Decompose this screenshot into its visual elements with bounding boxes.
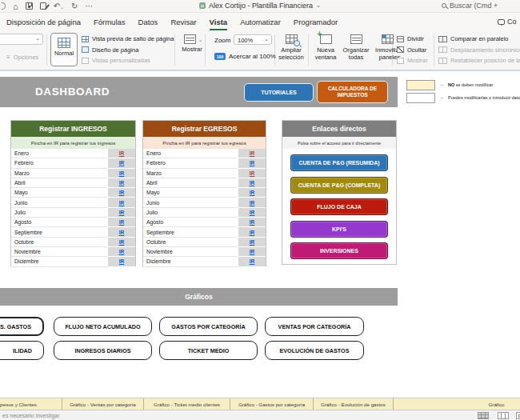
- ir-link[interactable]: IR: [119, 210, 125, 215]
- legend-swatch: [406, 80, 435, 90]
- new-window-button[interactable]: Nueva ventana: [312, 34, 339, 61]
- zoom-to-selection-button[interactable]: Ampliar selección: [275, 34, 307, 61]
- ir-link[interactable]: IR: [119, 200, 125, 206]
- quick-link-button[interactable]: CUENTA DE P&G (RESUMIDA): [290, 154, 388, 171]
- month-row: MayoIR: [143, 188, 266, 198]
- ir-link[interactable]: IR: [119, 190, 125, 195]
- split-button[interactable]: Dividir: [397, 35, 424, 42]
- view-side-by-side-button[interactable]: Comparar en paralelo: [438, 35, 509, 42]
- page-layout-button[interactable]: Diseño de página: [82, 46, 138, 54]
- redo-icon[interactable]: ↻: [71, 2, 78, 10]
- tab-datos[interactable]: Datos: [138, 18, 158, 30]
- zoom-value: 100%: [238, 37, 253, 44]
- ribbon-divider: [434, 34, 434, 66]
- sheet-tab[interactable]: Gráfico - Gastos por categoría: [230, 398, 314, 410]
- ir-link[interactable]: IR: [119, 150, 125, 156]
- normal-view-icon: [58, 38, 70, 48]
- ir-cell: IR: [238, 198, 266, 207]
- quick-link-button[interactable]: INVERSIONES: [290, 242, 388, 259]
- ir-link[interactable]: IR: [250, 170, 255, 176]
- ir-link[interactable]: IR: [119, 160, 125, 166]
- sheet-tab[interactable]: co - Ingresos y Clientes: [0, 398, 62, 410]
- save-icon[interactable]: [26, 2, 33, 10]
- chart-button[interactable]: GASTOS POR CATEGORÍA: [159, 317, 258, 336]
- ir-link[interactable]: IR: [119, 219, 125, 225]
- ir-link[interactable]: IR: [250, 219, 255, 225]
- month-label: Octubre: [143, 238, 238, 247]
- ir-link[interactable]: IR: [119, 239, 125, 245]
- chart-buttons-row-2: ILIDADINGRESOS DIARIOSTICKET MEDIOEVOLUC…: [0, 341, 520, 360]
- chart-button[interactable]: EVOLUCIÓN DE GASTOS: [265, 341, 364, 360]
- ir-link[interactable]: IR: [250, 200, 255, 206]
- more-icon[interactable]: ⋯: [85, 2, 94, 10]
- ir-link[interactable]: IR: [119, 180, 125, 186]
- chart-button[interactable]: VENTAS POR CATEGORÍA: [265, 317, 364, 336]
- legend-row: →Puedes modificarlas o introducir datos: [406, 92, 520, 103]
- ir-link[interactable]: IR: [119, 249, 125, 254]
- tutoriales-button[interactable]: TUTORIALES: [244, 83, 314, 102]
- quick-link-button[interactable]: FLUJO DE CAJA: [290, 198, 388, 215]
- normal-view-toggle-icon[interactable]: [478, 412, 489, 419]
- sheet-tab[interactable]: Gráfico - Ventas por categoría: [62, 398, 144, 410]
- zoom-to-100-label: Acercar al 100%: [229, 53, 276, 60]
- ir-link[interactable]: IR: [250, 160, 255, 166]
- chart-button[interactable]: ILIDAD: [0, 341, 44, 360]
- undo-icon[interactable]: ↶⌄: [54, 2, 64, 10]
- normal-view-button[interactable]: Normal: [50, 33, 78, 66]
- show-group-button[interactable]: ⌄ Mostrar: [178, 34, 206, 54]
- document-icon: [199, 2, 206, 9]
- ir-link[interactable]: IR: [250, 239, 255, 245]
- month-label: Mayo: [11, 188, 108, 198]
- tab-revisar[interactable]: Revisar: [170, 18, 196, 30]
- month-row: DiciembreIR: [11, 257, 135, 266]
- chart-button[interactable]: TICKET MEDIO: [159, 341, 258, 360]
- tab-programador[interactable]: Programador: [294, 18, 338, 30]
- titlebar: ⌂ ↶⌄ ↻ ⋯ Alex Cortijo - Plantilla Financ…: [0, 0, 520, 13]
- opciones-button[interactable]: ≡ Opciones: [6, 54, 38, 61]
- page-break-preview-button[interactable]: Vista previa de salto de página: [82, 35, 174, 42]
- home-icon[interactable]: ⌂: [13, 2, 18, 11]
- quick-link-button[interactable]: CUENTA DE P&G (COMPLETA): [290, 177, 388, 194]
- sheet-tab[interactable]: Gráfico - Evolución de gastos: [314, 398, 394, 410]
- ir-link[interactable]: IR: [250, 190, 255, 195]
- page-layout-view-icon[interactable]: [498, 412, 509, 419]
- split-icon: [397, 36, 404, 42]
- chart-button[interactable]: S. GASTOS: [0, 317, 44, 336]
- quick-link-button[interactable]: KPI'S: [290, 221, 388, 238]
- cutoff-dropdown[interactable]: ⌄: [0, 34, 43, 45]
- new-window-label-2: ventana: [312, 54, 339, 62]
- arrange-all-button[interactable]: Organizar todas: [341, 34, 371, 61]
- tab-vista[interactable]: Vista: [210, 18, 228, 30]
- search-box[interactable]: Buscar (Cmd +: [442, 2, 520, 10]
- ir-link[interactable]: IR: [250, 180, 255, 186]
- ir-link[interactable]: IR: [250, 150, 255, 156]
- ir-link[interactable]: IR: [250, 230, 255, 235]
- tab-formulas[interactable]: Fórmulas: [94, 18, 126, 30]
- tab-automatizar[interactable]: Automatizar: [240, 18, 281, 30]
- list-icon: ≡: [6, 54, 10, 61]
- ir-link[interactable]: IR: [119, 170, 125, 176]
- ir-link[interactable]: IR: [250, 249, 255, 254]
- zoom-select[interactable]: 100% ⌄: [234, 34, 272, 45]
- zoom-to-100-button[interactable]: 100 Acercar al 100%: [214, 53, 276, 60]
- ir-link[interactable]: IR: [119, 230, 125, 235]
- chart-button[interactable]: INGRESOS DIARIOS: [54, 341, 152, 360]
- sheet-tab[interactable]: Gráfico - Ticket medio clientes: [144, 398, 230, 410]
- chart-button[interactable]: FLUJO NETO ACUMULADO: [54, 317, 152, 336]
- egresos-panel: Registrar EGRESOS Pincha en IR para regi…: [142, 120, 266, 266]
- tab-disposicion[interactable]: Disposición de página: [6, 18, 81, 30]
- sheet-tab[interactable]: Gráfico: [394, 398, 520, 410]
- zoom-100-icon: 100: [214, 53, 226, 60]
- ir-link[interactable]: IR: [119, 258, 125, 264]
- ribbon-tabs: Disposición de página Fórmulas Datos Rev…: [0, 13, 520, 30]
- arrow-icon: →: [439, 82, 444, 87]
- document-title[interactable]: Alex Cortijo - Plantilla Financiera ⌄: [199, 2, 321, 10]
- ir-link[interactable]: IR: [250, 258, 255, 264]
- hide-button[interactable]: Ocultar: [397, 46, 426, 54]
- comments-button[interactable]: Co: [498, 18, 520, 26]
- calculadora-impuestos-button[interactable]: CALCULADORA DE IMPUESTOS: [317, 81, 388, 103]
- ir-link[interactable]: IR: [250, 210, 255, 215]
- reset-position-icon: [438, 58, 447, 64]
- page-break-view-icon[interactable]: [516, 412, 520, 419]
- edit-icon[interactable]: [40, 2, 46, 10]
